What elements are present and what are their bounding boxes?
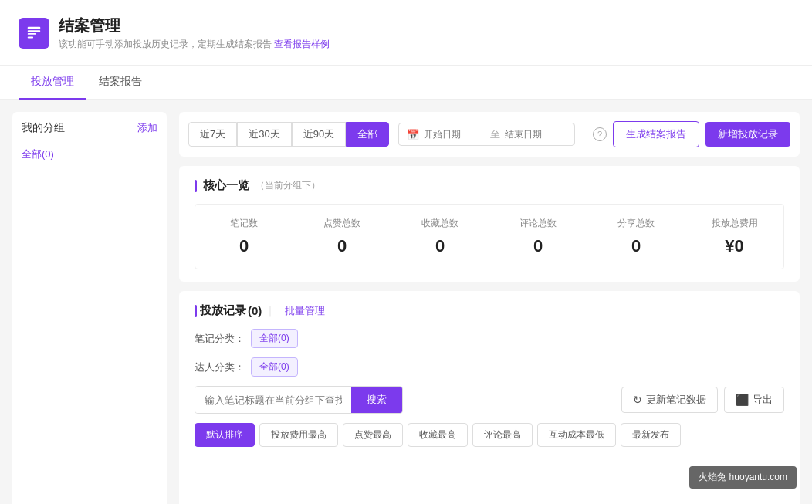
note-filter-all[interactable]: 全部(0) [251,329,298,348]
title-bar-decoration [195,180,197,192]
tabs-bar: 投放管理 结案报告 [0,66,812,100]
records-header: 投放记录 (0) ｜ 批量管理 [195,303,784,318]
stat-likes-value: 0 [303,236,381,256]
page-header: 结案管理 该功能可手动添加投放历史记录，定期生成结案报告 查看报告样例 [0,0,812,66]
tab-report[interactable]: 结案报告 [86,66,154,100]
main-content: 我的分组 添加 全部(0) 近7天 近30天 近90天 全部 📅 至 [0,100,812,504]
note-filter-label: 笔记分类： [195,332,245,346]
stat-shares: 分享总数 0 [587,205,685,269]
sample-report-link[interactable]: 查看报告样例 [274,39,330,49]
stat-comments: 评论总数 0 [489,205,587,269]
stat-shares-value: 0 [597,236,675,256]
stats-subtitle: （当前分组下） [255,179,320,192]
sort-interaction-lowest[interactable]: 互动成本最低 [537,423,616,447]
records-section-title: 投放记录 [200,303,246,318]
stat-likes-label: 点赞总数 [303,217,381,230]
records-count: (0) [248,304,262,317]
divider: ｜ [265,304,276,318]
add-record-button[interactable]: 新增投放记录 [705,122,790,147]
stat-comments-value: 0 [499,236,577,256]
sort-likes-highest[interactable]: 点赞最高 [343,423,403,447]
stats-grid: 笔记数 0 点赞总数 0 收藏总数 0 评论总数 0 [195,204,784,269]
page-title: 结案管理 [59,15,330,36]
watermark: 火焰兔 huoyantu.com [689,466,797,489]
sort-newest[interactable]: 最新发布 [621,423,681,447]
right-panel: 近7天 近30天 近90天 全部 📅 至 ? 生成结案报告 新增投放记录 [179,112,800,504]
refresh-data-button[interactable]: ↻ 更新笔记数据 [621,387,718,413]
stat-favorites: 收藏总数 0 [391,205,489,269]
svg-rect-1 [28,30,41,32]
help-icon[interactable]: ? [593,127,607,141]
batch-manage-link[interactable]: 批量管理 [285,304,325,318]
sort-default[interactable]: 默认排序 [195,423,255,447]
date-start-input[interactable] [424,129,486,140]
talent-filter-all[interactable]: 全部(0) [251,357,298,377]
filter-90days[interactable]: 近90天 [292,122,346,147]
sidebar-header: 我的分组 添加 [22,121,157,135]
date-range-picker: 📅 至 [398,123,575,146]
talent-filter-label: 达人分类： [195,360,245,374]
export-icon: ⬛ [736,394,749,406]
sort-row: 默认排序 投放费用最高 点赞最高 收藏最高 评论最高 互动成本最低 最新发布 [195,423,784,447]
sort-comments-highest[interactable]: 评论最高 [472,423,533,447]
tab-delivery[interactable]: 投放管理 [19,66,86,100]
sidebar-item-all[interactable]: 全部(0) [22,144,157,164]
filter-all[interactable]: 全部 [346,122,389,147]
stat-favorites-label: 收藏总数 [401,217,479,230]
stat-cost: 投放总费用 ¥0 [685,205,783,269]
sort-cost-highest[interactable]: 投放费用最高 [259,423,338,447]
stat-likes: 点赞总数 0 [293,205,391,269]
stat-cost-label: 投放总费用 [695,217,774,230]
search-row: 搜索 ↻ 更新笔记数据 ⬛ 导出 [195,386,784,414]
talent-filter-row: 达人分类： 全部(0) [195,357,784,377]
stat-comments-label: 评论总数 [499,217,577,230]
page-subtitle: 该功能可手动添加投放历史记录，定期生成结案报告 查看报告样例 [59,38,330,51]
svg-rect-0 [28,27,41,29]
records-title-bar [195,305,197,317]
svg-rect-2 [28,33,36,35]
export-button[interactable]: ⬛ 导出 [724,387,784,413]
search-button[interactable]: 搜索 [351,387,402,413]
refresh-icon: ↻ [633,394,642,406]
stat-notes-label: 笔记数 [205,217,283,230]
generate-report-button[interactable]: 生成结案报告 [613,121,699,147]
filter-30days[interactable]: 近30天 [237,122,291,147]
stat-notes: 笔记数 0 [195,205,293,269]
note-filter-row: 笔记分类： 全部(0) [195,329,784,348]
search-input[interactable] [195,387,351,413]
date-end-input[interactable] [505,129,567,140]
svg-rect-3 [28,37,33,39]
filter-7days[interactable]: 近7天 [188,122,237,147]
toolbar: 近7天 近30天 近90天 全部 📅 至 ? 生成结案报告 新增投放记录 [179,112,800,157]
sidebar-add-button[interactable]: 添加 [137,121,157,135]
sidebar: 我的分组 添加 全部(0) [12,112,167,504]
stat-shares-label: 分享总数 [597,217,675,230]
stat-favorites-value: 0 [401,236,479,256]
search-input-wrap: 搜索 [195,386,403,414]
calendar-icon: 📅 [407,129,419,140]
date-filter-group: 近7天 近30天 近90天 全部 [188,122,389,147]
stat-notes-value: 0 [205,236,283,256]
sort-favorites-highest[interactable]: 收藏最高 [408,423,468,447]
date-separator: 至 [490,127,500,141]
stat-cost-value: ¥0 [695,236,774,256]
sidebar-title: 我的分组 [22,121,65,135]
stats-card: 核心一览 （当前分组下） 笔记数 0 点赞总数 0 收藏总数 0 [179,166,800,282]
app-icon [19,18,49,49]
stats-section-title: 核心一览 （当前分组下） [195,178,784,193]
